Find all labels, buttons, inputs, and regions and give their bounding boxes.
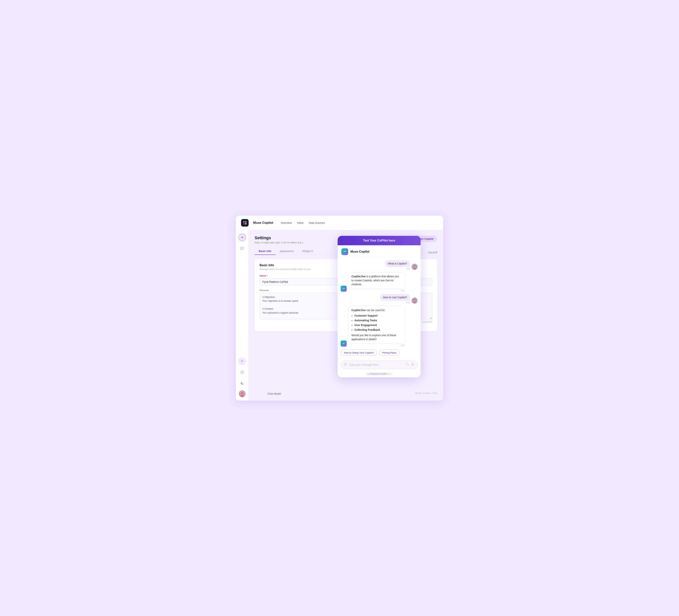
bottom-hint: shorter answers. They (415, 392, 438, 395)
powered-by-badge: Powered by Copilot live (366, 372, 393, 375)
top-nav: Muse Copilot Overview Inbox Data Sources (236, 216, 443, 230)
sidebar-icon-moon[interactable] (238, 379, 246, 387)
chat-input-box[interactable]: Type your message here... (341, 361, 418, 369)
sidebar: + ? (236, 230, 249, 401)
svg-point-11 (414, 265, 416, 267)
nav-links: Overview Inbox Data Sources (281, 221, 325, 224)
tab-basic-info[interactable]: Basic Info (255, 248, 276, 255)
user-avatar-chat-2 (412, 298, 418, 304)
sidebar-icon-question[interactable]: ? (238, 368, 246, 376)
app-title: Muse Copilot (253, 221, 273, 225)
bot-logo (342, 248, 348, 255)
chatbot-header: Test Your CoPilot here (337, 236, 421, 245)
bot-name: Muse Copilot (350, 250, 369, 253)
sidebar-icon-plus[interactable]: + (238, 358, 246, 365)
user-avatar-chat (412, 264, 418, 270)
svg-text:?: ? (241, 371, 243, 374)
bot-time-1: 3:23 (348, 289, 405, 292)
sidebar-bottom: + ? (238, 358, 246, 397)
quick-replies: How to Setup Your Copilot? Pricing Plans (337, 348, 421, 358)
refresh-icon[interactable] (406, 363, 409, 367)
user-message-1-content: What is Copilot? 3:23 (385, 260, 410, 270)
bot-avatar-1 (341, 286, 347, 292)
quick-reply-pricing[interactable]: Pricing Plans (379, 349, 400, 356)
bot-message-1: Copilot.live is a platform that allows y… (341, 272, 418, 292)
svg-point-14 (414, 299, 416, 301)
chat-input-placeholder: Type your message here... (349, 363, 404, 366)
svg-text:live: live (388, 374, 389, 374)
user-message-2-content: How to Use Copilot? 3:23 (380, 294, 410, 304)
svg-point-15 (413, 301, 416, 304)
chat-model-label: Chat Model (267, 392, 281, 395)
chat-bubble-icon (344, 363, 347, 367)
user-bubble-2: How to Use Copilot? (380, 294, 410, 301)
user-message-2: How to Use Copilot? 3:23 (341, 294, 418, 304)
svg-point-12 (413, 268, 416, 270)
main-layout: + ? (236, 230, 443, 401)
quick-reply-setup[interactable]: How to Setup Your Copilot? (341, 349, 377, 356)
svg-rect-2 (243, 223, 245, 224)
content-area: Share Copilot Handoff Settings Note: It … (249, 230, 443, 401)
svg-point-8 (241, 392, 243, 394)
svg-rect-0 (243, 221, 245, 223)
bot-avatar-2 (341, 341, 347, 346)
svg-rect-16 (412, 363, 413, 365)
bot-message-1-content: Copilot.live is a platform that allows y… (348, 272, 405, 292)
user-message-1: What is Copilot? 3:23 (341, 260, 418, 270)
chatbot-header-title: Test Your CoPilot here (363, 239, 395, 242)
bot-message-2: Copilot.live can be used for: Customer S… (341, 306, 418, 346)
chat-input-area: Type your message here... (337, 358, 421, 371)
user-time-1: 3:23 (406, 268, 410, 270)
chat-powered: Powered by Copilot live (337, 371, 421, 377)
nav-datasources[interactable]: Data Sources (309, 221, 325, 224)
bot-bubble-1: Copilot.live is a platform that allows y… (348, 272, 405, 289)
nav-overview[interactable]: Overview (281, 221, 292, 224)
chat-messages: What is Copilot? 3:23 (337, 257, 421, 348)
user-time-2: 3:23 (406, 301, 410, 304)
chatbot-overlay: Test Your CoPilot here Muse Copilot (337, 236, 421, 377)
svg-rect-3 (245, 223, 247, 224)
app-container: Muse Copilot Overview Inbox Data Sources (236, 216, 443, 401)
bot-time-2: 3:23 (348, 344, 405, 346)
microphone-icon[interactable] (411, 363, 414, 367)
bot-bubble-2: Copilot.live can be used for: Customer S… (348, 306, 405, 344)
user-avatar-sidebar[interactable] (239, 390, 246, 397)
sidebar-icon-muse[interactable] (238, 234, 246, 241)
sidebar-icon-chat[interactable] (238, 245, 246, 252)
bot-message-2-content: Copilot.live can be used for: Customer S… (348, 306, 405, 346)
app-logo (241, 219, 249, 226)
svg-rect-1 (245, 221, 247, 223)
handoff-label: Handoff (428, 251, 437, 254)
nav-inbox[interactable]: Inbox (297, 221, 303, 224)
chatbot-title-bar: Muse Copilot (337, 245, 421, 257)
user-bubble-1: What is Copilot? (385, 260, 410, 267)
tab-widget-s[interactable]: Widget S (298, 248, 317, 255)
tab-appearance[interactable]: Appearance (276, 248, 298, 255)
